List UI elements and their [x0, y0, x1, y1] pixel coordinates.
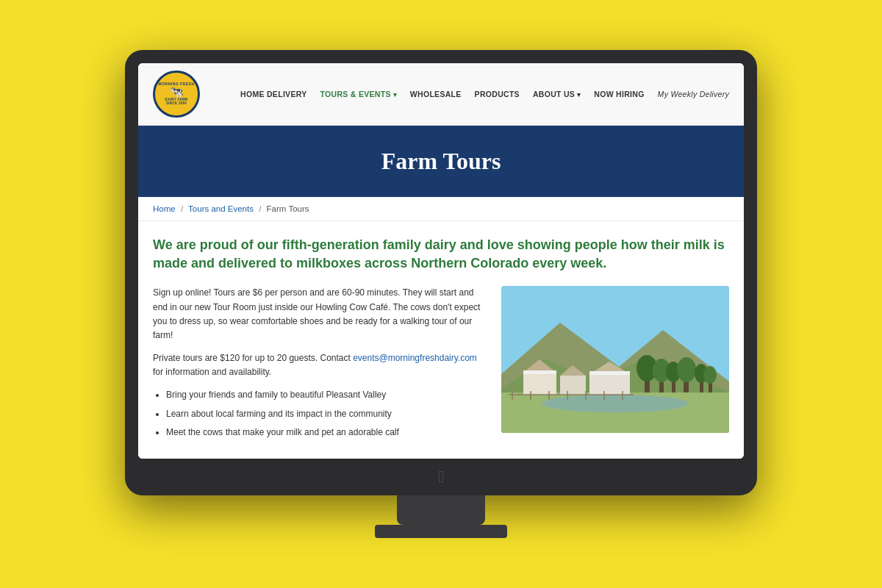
monitor-stand-bottom	[375, 525, 507, 538]
svg-rect-12	[589, 371, 630, 375]
bullet-list: Bring your friends and family to beautif…	[153, 388, 487, 440]
breadcrumb: Home / Tours and Events / Farm Tours	[138, 197, 744, 221]
content-area: Sign up online! Tours are $6 per person …	[153, 286, 729, 444]
tagline: We are proud of our fifth-generation fam…	[153, 236, 729, 273]
svg-rect-9	[589, 374, 630, 395]
private-tours-paragraph: Private tours are $120 for up to 20 gues…	[153, 351, 487, 379]
email-link[interactable]: events@morningfreshdairy.com	[353, 353, 477, 363]
nav-home-delivery[interactable]: HOME DELIVERY	[240, 90, 306, 98]
logo-text-bottom: DAIRY FARMSINCE 1894	[165, 98, 188, 105]
monitor-body: MORNING FRESH 🐄 DAIRY FARMSINCE 1894 HOM…	[125, 50, 757, 495]
logo-circle: MORNING FRESH 🐄 DAIRY FARMSINCE 1894	[153, 71, 200, 118]
monitor-chin: 	[138, 459, 744, 495]
logo-area: MORNING FRESH 🐄 DAIRY FARMSINCE 1894	[153, 71, 200, 118]
nav-tours-events[interactable]: TOURS & EVENTS	[320, 90, 397, 98]
breadcrumb-sep-2: /	[259, 204, 261, 213]
intro-paragraph: Sign up online! Tours are $6 per person …	[153, 286, 487, 343]
svg-point-20	[677, 357, 696, 382]
bullet-item-3: Meet the cows that make your milk and pe…	[166, 426, 487, 440]
hero-title: Farm Tours	[153, 148, 729, 175]
bullet-item-1: Bring your friends and family to beautif…	[166, 388, 487, 402]
private-tours-text: Private tours are $120 for up to 20 gues…	[153, 353, 353, 363]
text-content: Sign up online! Tours are $6 per person …	[153, 286, 487, 444]
monitor-screen: MORNING FRESH 🐄 DAIRY FARMSINCE 1894 HOM…	[138, 63, 744, 459]
monitor-wrapper: MORNING FRESH 🐄 DAIRY FARMSINCE 1894 HOM…	[125, 50, 757, 538]
svg-rect-11	[523, 370, 556, 374]
site-header: MORNING FRESH 🐄 DAIRY FARMSINCE 1894 HOM…	[138, 63, 744, 126]
main-content: We are proud of our fifth-generation fam…	[138, 221, 744, 459]
breadcrumb-tours-events[interactable]: Tours and Events	[188, 204, 254, 213]
nav-my-weekly-delivery[interactable]: My Weekly Delivery	[658, 90, 729, 98]
nav-now-hiring[interactable]: NOW HIRING	[594, 90, 644, 98]
logo-icon: 🐄	[169, 86, 184, 98]
svg-rect-5	[523, 373, 556, 395]
breadcrumb-sep-1: /	[181, 204, 183, 213]
after-email-text: for information and availability.	[153, 367, 271, 377]
breadcrumb-home[interactable]: Home	[153, 204, 176, 213]
nav-products[interactable]: PRODUCTS	[475, 90, 520, 98]
svg-rect-7	[560, 376, 586, 395]
breadcrumb-current: Farm Tours	[267, 204, 309, 213]
hero-banner: Farm Tours	[138, 126, 744, 197]
main-nav: HOME DELIVERY TOURS & EVENTS WHOLESALE P…	[240, 90, 729, 98]
farm-image	[501, 286, 729, 433]
bullet-item-2: Learn about local farming and its impact…	[166, 407, 487, 421]
svg-point-24	[703, 366, 717, 384]
apple-logo-icon: 	[438, 469, 444, 485]
monitor-stand-top	[397, 495, 485, 525]
nav-wholesale[interactable]: WHOLESALE	[410, 90, 462, 98]
svg-point-4	[542, 395, 689, 412]
nav-about-us[interactable]: ABOUT US	[533, 90, 581, 98]
